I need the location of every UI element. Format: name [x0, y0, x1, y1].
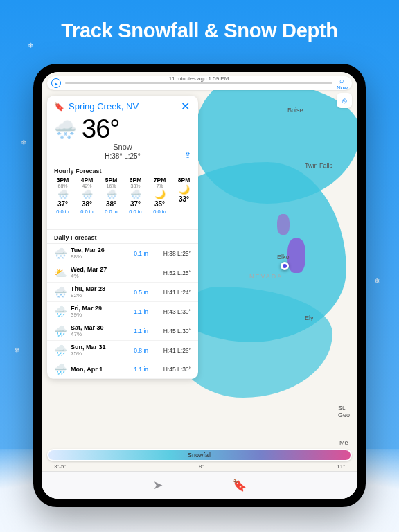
- hour-temp: 37°: [51, 200, 74, 208]
- timeline-scrubber[interactable]: ▶ 11 minutes ago 1:59 PM ⌕ Now: [47, 76, 352, 90]
- daily-row[interactable]: 🌧️Fri, Mar 2939%1.1 inH:43 L:30°: [47, 302, 198, 321]
- day-precip: 0.1 in: [127, 250, 148, 257]
- panel-header: 🔖 Spring Creek, NV ✕ 🌨️ 36° Snow H:38° L…: [47, 96, 198, 163]
- promo-headline: Track Snowfall & Snow Depth: [0, 19, 399, 42]
- hour-precip-pct: 33%: [124, 184, 147, 188]
- hour-precip-pct: 42%: [76, 184, 98, 188]
- location-name[interactable]: Spring Creek, NV: [69, 101, 175, 112]
- timeline-track[interactable]: 11 minutes ago 1:59 PM: [65, 82, 332, 84]
- bookmarks-tab[interactable]: 🔖: [232, 478, 247, 493]
- tablet-frame: Boise Twin Falls Elko NEVADA Ely St. Geo…: [33, 64, 366, 507]
- daily-row[interactable]: 🌨️Tue, Mar 2688%0.1 inH:38 L:25°: [47, 244, 198, 263]
- day-icon: 🌨️: [54, 286, 66, 299]
- day-hilo: H:45 L:30°: [152, 328, 191, 335]
- day-icon: 🌧️: [54, 305, 66, 318]
- condition-icon: 🌨️: [54, 121, 76, 139]
- hourly-column[interactable]: 4PM42%🌨️38°0.0 in: [76, 177, 98, 225]
- day-icon: 🌨️: [54, 247, 66, 260]
- region-label: NEVADA: [249, 273, 283, 280]
- hour-time: 6PM: [124, 177, 147, 184]
- day-precip-pct: 75%: [71, 351, 123, 357]
- hour-icon: 🌙: [172, 184, 195, 195]
- day-hilo: H:41 L:26°: [152, 347, 191, 354]
- hour-icon: 🌨️: [51, 189, 74, 200]
- daily-row[interactable]: 🌧️Sat, Mar 3047%1.1 inH:45 L:30°: [47, 321, 198, 341]
- hour-time: 5PM: [100, 177, 123, 184]
- hourly-column[interactable]: 7PM7%🌙35°0.0 in: [148, 177, 171, 225]
- city-label: Me: [339, 439, 348, 446]
- hour-precip-pct: 16%: [100, 184, 123, 188]
- hourly-title: Hourly Forecast: [47, 163, 198, 177]
- hour-temp: 33°: [172, 195, 195, 203]
- condition-label: Snow: [54, 143, 191, 151]
- day-precip-pct: 82%: [71, 292, 123, 299]
- timeline-timestamp: 11 minutes ago 1:59 PM: [169, 76, 229, 82]
- hour-temp: 37°: [124, 200, 147, 208]
- day-hilo: H:38 L:25°: [152, 250, 191, 257]
- hourly-column[interactable]: 5PM16%🌨️38°0.0 in: [100, 177, 123, 225]
- hour-icon: 🌨️: [124, 189, 147, 200]
- city-label: Elko: [277, 254, 290, 260]
- day-hilo: H:43 L:30°: [152, 308, 191, 315]
- high-low: H:38° L:25°: [54, 152, 191, 160]
- day-icon: 🌧️: [54, 325, 66, 337]
- daily-row[interactable]: 🌧️Sun, Mar 3175%0.8 inH:41 L:26°: [47, 341, 198, 360]
- close-panel-button[interactable]: ✕: [179, 100, 191, 113]
- day-date: Sun, Mar 31: [71, 344, 123, 351]
- city-label: St. Geo: [338, 405, 357, 418]
- hour-time: 3PM: [51, 177, 74, 184]
- daily-forecast[interactable]: 🌨️Tue, Mar 2688%0.1 inH:38 L:25°⛅Wed, Ma…: [47, 243, 198, 379]
- hour-time: 8PM: [172, 177, 195, 184]
- tab-bar: ➤ 🔖: [42, 471, 357, 499]
- hour-precip: 0.0 in: [76, 209, 98, 215]
- hourly-column[interactable]: 3PM68%🌨️37°0.0 in: [51, 177, 74, 225]
- hour-precip: 0.0 in: [100, 209, 123, 215]
- day-icon: 🌧️: [54, 344, 66, 357]
- day-date: Mon, Apr 1: [71, 366, 123, 373]
- day-precip-pct: 39%: [71, 312, 123, 318]
- day-icon: 🌧️: [54, 363, 66, 375]
- day-date: Sat, Mar 30: [71, 324, 123, 331]
- hourly-column[interactable]: 6PM33%🌨️37°0.0 in: [124, 177, 147, 225]
- snowflake-icon: ❄: [28, 42, 33, 49]
- city-label: Twin Falls: [305, 162, 332, 169]
- hour-precip-pct: 7%: [148, 184, 171, 188]
- bookmark-icon[interactable]: 🔖: [54, 102, 64, 112]
- snowflake-icon: ❄: [21, 139, 26, 146]
- share-map-button[interactable]: ⎋: [337, 93, 352, 108]
- hour-precip: 0.0 in: [148, 209, 171, 215]
- city-label: Ely: [305, 314, 314, 321]
- forecast-panel: 🔖 Spring Creek, NV ✕ 🌨️ 36° Snow H:38° L…: [47, 96, 198, 379]
- day-date: Thu, Mar 28: [71, 285, 123, 292]
- day-date: Tue, Mar 26: [71, 247, 123, 254]
- location-pin[interactable]: [281, 262, 289, 270]
- hourly-column[interactable]: 8PM🌙33°: [172, 177, 195, 225]
- day-precip-pct: 47%: [71, 331, 123, 337]
- daily-row[interactable]: ⛅Wed, Mar 274%H:52 L:25°: [47, 263, 198, 283]
- locate-tab[interactable]: ➤: [153, 478, 163, 493]
- day-hilo: H:41 L:24°: [152, 289, 191, 296]
- snowflake-icon: ❄: [14, 346, 19, 354]
- day-hilo: H:45 L:30°: [152, 366, 191, 373]
- play-button[interactable]: ▶: [51, 78, 61, 88]
- day-icon: ⛅: [54, 267, 66, 279]
- daily-row[interactable]: 🌧️Mon, Apr 11.1 inH:45 L:30°: [47, 360, 198, 379]
- now-button[interactable]: ⌕ Now: [337, 76, 348, 91]
- app-screen: Boise Twin Falls Elko NEVADA Ely St. Geo…: [42, 72, 357, 499]
- legend-ticks: 3"-5" 8" 11": [47, 463, 352, 470]
- day-precip: 0.5 in: [127, 289, 148, 296]
- snowflake-icon: ❄: [374, 277, 380, 285]
- current-temp: 36°: [82, 114, 119, 144]
- day-hilo: H:52 L:25°: [152, 269, 191, 276]
- hour-precip: 0.0 in: [124, 209, 147, 215]
- hour-precip-pct: 68%: [51, 184, 74, 188]
- hour-temp: 38°: [76, 200, 98, 208]
- hourly-forecast[interactable]: 3PM68%🌨️37°0.0 in4PM42%🌨️38°0.0 in5PM16%…: [47, 177, 198, 229]
- hour-icon: 🌨️: [100, 189, 123, 200]
- day-date: Fri, Mar 29: [71, 305, 123, 312]
- day-precip: 1.1 in: [127, 328, 148, 335]
- day-precip: 1.1 in: [127, 366, 148, 373]
- hour-icon: 🌙: [148, 189, 171, 200]
- daily-row[interactable]: 🌨️Thu, Mar 2882%0.5 inH:41 L:24°: [47, 283, 198, 302]
- share-forecast-button[interactable]: ⇪: [184, 150, 191, 160]
